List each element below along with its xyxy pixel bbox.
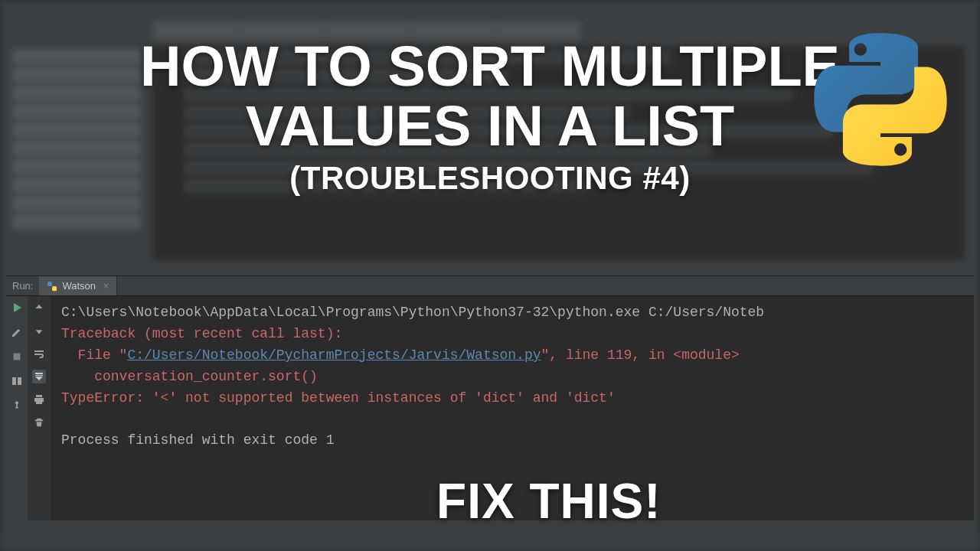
- traceback-file-link[interactable]: C:/Users/Notebook/PycharmProjects/Jarvis…: [127, 347, 541, 363]
- run-header: Run: Watson ×: [6, 276, 974, 296]
- traceback-header: Traceback (most recent call last):: [61, 326, 342, 341]
- close-icon[interactable]: ×: [103, 281, 109, 292]
- run-gutter-secondary: [28, 296, 51, 520]
- scroll-to-end-button[interactable]: [32, 370, 46, 383]
- traceback-error-line: TypeError: '<' not supported between ins…: [61, 390, 616, 406]
- svg-rect-0: [47, 281, 52, 285]
- print-button[interactable]: [32, 393, 46, 406]
- python-logo-icon: [812, 31, 949, 168]
- stop-button[interactable]: [10, 350, 24, 364]
- traceback-file-prefix: File ": [61, 347, 127, 363]
- run-label: Run:: [6, 280, 39, 292]
- run-gutter-primary: [6, 296, 28, 520]
- svg-rect-1: [52, 286, 57, 291]
- svg-rect-2: [14, 354, 21, 360]
- python-file-icon: [47, 281, 57, 292]
- rerun-button[interactable]: [10, 301, 24, 315]
- run-tab-watson[interactable]: Watson ×: [39, 276, 117, 295]
- layout-button[interactable]: [10, 374, 24, 388]
- svg-rect-4: [18, 377, 21, 385]
- edit-config-button[interactable]: [10, 325, 24, 339]
- soft-wrap-button[interactable]: [32, 347, 46, 360]
- traceback-code-line: conversation_counter.sort(): [61, 369, 318, 384]
- traceback-file-suffix: ", line 119, in <module>: [541, 347, 740, 363]
- up-stack-button[interactable]: [32, 301, 46, 315]
- pin-button[interactable]: [10, 399, 24, 412]
- exit-code-line: Process finished with exit code 1: [61, 432, 334, 448]
- fix-this-overlay: FIX THIS!: [436, 473, 661, 530]
- console-command-line: C:\Users\Notebook\AppData\Local\Programs…: [61, 305, 764, 320]
- svg-rect-3: [12, 377, 16, 385]
- status-bar: [0, 534, 980, 551]
- clear-all-button[interactable]: [32, 416, 46, 429]
- run-tab-label: Watson: [62, 280, 96, 292]
- down-stack-button[interactable]: [32, 324, 46, 337]
